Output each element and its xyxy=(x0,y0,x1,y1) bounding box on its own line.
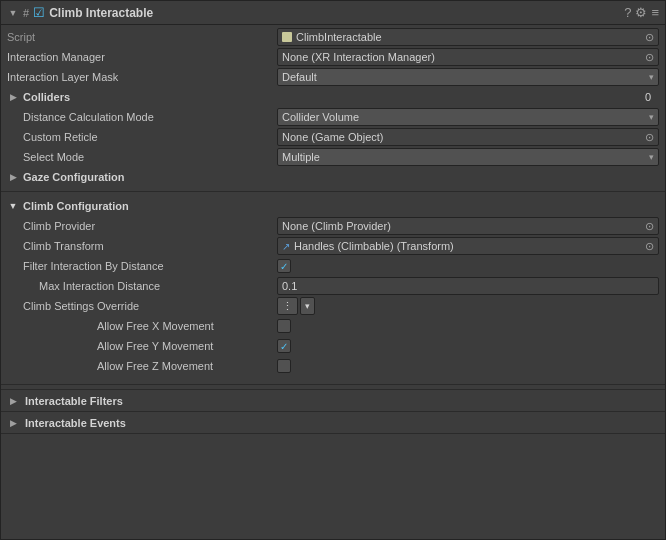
climb-provider-field[interactable]: None (Climb Provider) ⊙ xyxy=(277,217,659,235)
allow-free-x-label: Allow Free X Movement xyxy=(7,320,277,332)
script-row: Script ClimbInteractable ⊙ xyxy=(1,27,665,47)
menu-icon[interactable]: ≡ xyxy=(651,5,659,20)
climb-provider-label: Climb Provider xyxy=(7,220,277,232)
transform-icon: ↗ xyxy=(282,241,290,252)
select-mode-row: Select Mode Multiple ▾ xyxy=(1,147,665,167)
allow-free-y-row: Allow Free Y Movement xyxy=(1,336,665,356)
climb-settings-row: Climb Settings Override ⋮ ▾ xyxy=(1,296,665,316)
script-select-btn[interactable]: ⊙ xyxy=(645,31,654,44)
bottom-sections: ▶ Interactable Filters ▶ Interactable Ev… xyxy=(1,389,665,434)
divider-1 xyxy=(1,191,665,192)
allow-free-y-label: Allow Free Y Movement xyxy=(7,340,277,352)
climb-transform-label: Climb Transform xyxy=(7,240,277,252)
header-icons: ? ⚙ ≡ xyxy=(624,5,659,20)
interaction-manager-field[interactable]: None (XR Interaction Manager) ⊙ xyxy=(277,48,659,66)
climb-config-fold-arrow: ▼ xyxy=(7,200,19,212)
climb-settings-label: Climb Settings Override xyxy=(7,300,277,312)
interactable-filters-fold-arrow: ▶ xyxy=(7,395,19,407)
chevron-down-icon: ▾ xyxy=(305,301,310,311)
interactable-filters-section[interactable]: ▶ Interactable Filters xyxy=(1,390,665,412)
allow-free-y-value xyxy=(277,339,659,353)
climb-config-section[interactable]: ▼ Climb Configuration xyxy=(1,196,665,216)
select-mode-dropdown[interactable]: Multiple ▾ xyxy=(277,148,659,166)
content-area: Script ClimbInteractable ⊙ Interaction M… xyxy=(1,25,665,539)
filter-interaction-row: Filter Interaction By Distance xyxy=(1,256,665,276)
climb-provider-text: None (Climb Provider) xyxy=(282,220,641,232)
climb-provider-select-btn[interactable]: ⊙ xyxy=(645,220,654,233)
interactable-filters-label: Interactable Filters xyxy=(25,395,123,407)
custom-reticle-select-btn[interactable]: ⊙ xyxy=(645,131,654,144)
max-interaction-value: 0.1 xyxy=(282,280,297,292)
interaction-manager-label: Interaction Manager xyxy=(7,51,277,63)
interaction-layer-mask-row: Interaction Layer Mask Default ▾ xyxy=(1,67,665,87)
select-mode-arrow: ▾ xyxy=(649,152,654,162)
allow-free-x-value xyxy=(277,319,659,333)
colliders-section-header[interactable]: ▶ Colliders 0 xyxy=(1,87,665,107)
climb-config-label: Climb Configuration xyxy=(23,200,129,212)
interactable-events-fold-arrow: ▶ xyxy=(7,417,19,429)
distance-calc-text: Collider Volume xyxy=(282,111,649,123)
panel-header: ▼ # ☑ Climb Interactable ? ⚙ ≡ xyxy=(1,1,665,25)
max-interaction-field[interactable]: 0.1 xyxy=(277,277,659,295)
climb-transform-row: Climb Transform ↗ Handles (Climbable) (T… xyxy=(1,236,665,256)
allow-free-x-checkbox[interactable] xyxy=(277,319,291,333)
interactable-events-section[interactable]: ▶ Interactable Events xyxy=(1,412,665,434)
climb-provider-row: Climb Provider None (Climb Provider) ⊙ xyxy=(1,216,665,236)
climb-transform-text: Handles (Climbable) (Transform) xyxy=(294,240,641,252)
distance-calc-dropdown[interactable]: Collider Volume ▾ xyxy=(277,108,659,126)
climb-transform-select-btn[interactable]: ⊙ xyxy=(645,240,654,253)
max-interaction-input[interactable]: 0.1 xyxy=(277,277,659,295)
enabled-checkbox[interactable]: ☑ xyxy=(33,5,45,20)
script-value-text: ClimbInteractable xyxy=(296,31,641,43)
fold-arrow-icon[interactable]: ▼ xyxy=(7,7,19,19)
climb-settings-controls: ⋮ ▾ xyxy=(277,297,659,315)
script-label: Script xyxy=(7,31,277,43)
settings-icon[interactable]: ⚙ xyxy=(635,5,647,20)
allow-free-x-row: Allow Free X Movement xyxy=(1,316,665,336)
allow-free-z-row: Allow Free Z Movement xyxy=(1,356,665,376)
interaction-layer-mask-dropdown[interactable]: Default ▾ xyxy=(277,68,659,86)
filter-interaction-checkbox-wrapper xyxy=(277,259,659,273)
interactable-events-label: Interactable Events xyxy=(25,417,126,429)
interaction-manager-row: Interaction Manager None (XR Interaction… xyxy=(1,47,665,67)
three-dots-icon: ⋮ xyxy=(282,300,293,313)
custom-reticle-field[interactable]: None (Game Object) ⊙ xyxy=(277,128,659,146)
gaze-config-fold-arrow: ▶ xyxy=(7,171,19,183)
help-icon[interactable]: ? xyxy=(624,5,631,20)
script-value-field[interactable]: ClimbInteractable ⊙ xyxy=(277,28,659,46)
colliders-label: Colliders xyxy=(23,91,70,103)
max-interaction-label: Max Interaction Distance xyxy=(7,280,277,292)
distance-calc-row: Distance Calculation Mode Collider Volum… xyxy=(1,107,665,127)
max-interaction-row: Max Interaction Distance 0.1 xyxy=(1,276,665,296)
climb-transform-field[interactable]: ↗ Handles (Climbable) (Transform) ⊙ xyxy=(277,237,659,255)
distance-calc-arrow: ▾ xyxy=(649,112,654,122)
select-mode-text: Multiple xyxy=(282,151,649,163)
colliders-count: 0 xyxy=(645,91,655,103)
interaction-layer-mask-arrow: ▾ xyxy=(649,72,654,82)
custom-reticle-text: None (Game Object) xyxy=(282,131,641,143)
colliders-fold-arrow: ▶ xyxy=(7,91,19,103)
panel-title: Climb Interactable xyxy=(49,6,620,20)
allow-free-z-value xyxy=(277,359,659,373)
interaction-manager-text: None (XR Interaction Manager) xyxy=(282,51,641,63)
allow-free-z-label: Allow Free Z Movement xyxy=(7,360,277,372)
climb-settings-dots-btn[interactable]: ⋮ xyxy=(277,297,298,315)
gaze-config-label: Gaze Configuration xyxy=(23,171,124,183)
gaze-config-section[interactable]: ▶ Gaze Configuration xyxy=(1,167,665,187)
custom-reticle-label: Custom Reticle xyxy=(7,131,277,143)
allow-free-y-checkbox[interactable] xyxy=(277,339,291,353)
filter-interaction-label: Filter Interaction By Distance xyxy=(7,260,277,272)
divider-2 xyxy=(1,384,665,385)
climb-interactable-panel: ▼ # ☑ Climb Interactable ? ⚙ ≡ Script Cl… xyxy=(0,0,666,540)
distance-calc-label: Distance Calculation Mode xyxy=(7,111,277,123)
interaction-manager-select-btn[interactable]: ⊙ xyxy=(645,51,654,64)
hash-icon: # xyxy=(23,7,29,19)
allow-free-z-checkbox[interactable] xyxy=(277,359,291,373)
interaction-layer-mask-label: Interaction Layer Mask xyxy=(7,71,277,83)
climb-settings-chevron-btn[interactable]: ▾ xyxy=(300,297,315,315)
select-mode-label: Select Mode xyxy=(7,151,277,163)
script-icon xyxy=(282,32,292,42)
filter-interaction-checkbox[interactable] xyxy=(277,259,291,273)
custom-reticle-row: Custom Reticle None (Game Object) ⊙ xyxy=(1,127,665,147)
interaction-layer-mask-text: Default xyxy=(282,71,649,83)
